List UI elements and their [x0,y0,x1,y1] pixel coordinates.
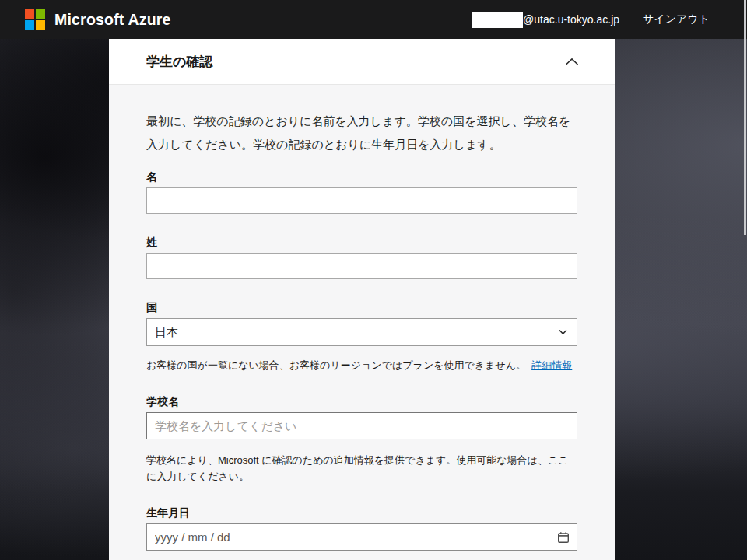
chevron-up-icon [565,58,579,66]
calendar-picker-button[interactable] [556,530,571,545]
last-name-input[interactable] [146,253,577,279]
first-name-input[interactable] [146,187,577,214]
country-helper-text: お客様の国が一覧にない場合、お客様のリージョンではプランを使用できません。 詳細… [146,357,577,373]
birth-date-input[interactable] [146,523,577,551]
country-label: 国 [146,301,577,313]
school-helper-text: 学校名により、Microsoft に確認のための追加情報を提供できます。使用可能… [146,452,577,485]
student-verification-card: 学生の確認 最初に、学校の記録のとおりに名前を入力します。学校の国を選択し、学校… [109,39,615,560]
sign-out-button[interactable]: サインアウト [643,12,710,26]
birth-date-group: 生年月日 [146,506,577,551]
account-email: @utac.u-tokyo.ac.jp [472,12,619,28]
learn-more-link[interactable]: 詳細情報 [531,359,572,371]
card-header: 学生の確認 [109,39,615,85]
school-group: 学校名 学校名により、Microsoft に確認のための追加情報を提供できます。… [146,395,577,485]
calendar-icon [557,531,570,544]
last-name-group: 姓 [146,236,577,279]
country-group: 国 日本 お客様の国が一覧にない場合、お客様のリージョンではプランを使用できませ… [146,301,577,373]
school-name-label: 学校名 [146,395,577,408]
microsoft-logo-icon [25,9,45,30]
intro-text: 最初に、学校の記録のとおりに名前を入力します。学校の国を選択し、学校名を入力して… [146,110,577,156]
chevron-down-icon [559,330,567,335]
email-redaction-block [472,12,523,28]
page-title: 学生の確認 [146,53,212,71]
card-body: 最初に、学校の記録のとおりに名前を入力します。学校の国を選択し、学校名を入力して… [109,85,615,551]
country-select[interactable]: 日本 [146,318,577,346]
scrollbar[interactable] [744,0,746,235]
azure-brand[interactable]: Microsoft Azure [25,9,171,30]
birth-date-label: 生年月日 [146,506,577,519]
email-domain: @utac.u-tokyo.ac.jp [523,13,619,26]
last-name-label: 姓 [146,236,577,248]
collapse-section-button[interactable] [562,54,582,69]
page: Microsoft Azure @utac.u-tokyo.ac.jp サインア… [0,0,747,560]
brand-title: Microsoft Azure [54,11,171,29]
country-helper-body: お客様の国が一覧にない場合、お客様のリージョンではプランを使用できません。 [146,359,526,371]
top-bar: Microsoft Azure @utac.u-tokyo.ac.jp サインア… [0,0,747,39]
first-name-group: 名 [146,170,577,214]
first-name-label: 名 [146,170,577,183]
school-name-input[interactable] [146,412,577,439]
country-selected-value: 日本 [155,325,178,340]
